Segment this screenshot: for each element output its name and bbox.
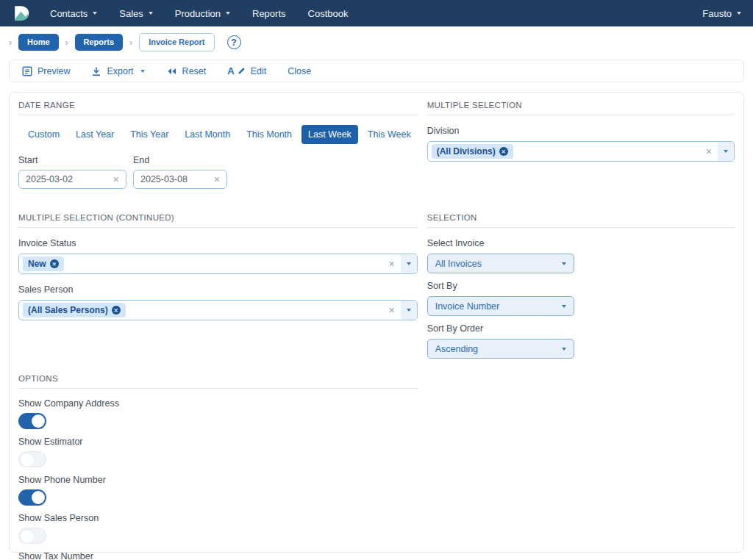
toggle-label: Show Tax Number bbox=[18, 551, 418, 560]
chip-remove-icon[interactable]: ✕ bbox=[499, 147, 508, 156]
document-preview-icon bbox=[22, 66, 32, 76]
nav-menu-label: Production bbox=[175, 8, 221, 19]
division-multiselect[interactable]: (All Divisions) ✕ × bbox=[427, 141, 735, 162]
toggle-label: Show Company Address bbox=[18, 398, 418, 409]
date-preset-tab[interactable]: This Month bbox=[240, 125, 299, 144]
sales-person-label: Sales Person bbox=[18, 284, 418, 295]
clear-icon[interactable]: × bbox=[700, 146, 718, 157]
sort-by-order-value: Ascending bbox=[435, 344, 478, 354]
end-date-input[interactable]: 2025-03-08 × bbox=[133, 170, 227, 189]
nav-menu-label: Costbook bbox=[308, 8, 349, 19]
chevron-down-icon bbox=[724, 150, 728, 153]
section-title: DATE RANGE bbox=[18, 101, 418, 115]
chip-label: New bbox=[28, 259, 46, 269]
options-section: OPTIONS Show Company Address Show Estima… bbox=[18, 374, 418, 560]
user-menu[interactable]: Fausto bbox=[702, 8, 741, 19]
toggle-switch[interactable] bbox=[18, 489, 46, 506]
toggle-switch[interactable] bbox=[18, 413, 46, 429]
sort-by-order-dropdown[interactable]: Ascending bbox=[427, 339, 574, 359]
nav-menu-item[interactable]: Costbook bbox=[308, 8, 349, 19]
breadcrumb-separator: › bbox=[9, 37, 12, 48]
select-invoice-value: All Invoices bbox=[435, 259, 482, 269]
nav-menu-label: Reports bbox=[252, 8, 286, 19]
chevron-down-icon bbox=[737, 12, 741, 15]
preview-button[interactable]: Preview bbox=[22, 66, 70, 76]
user-name: Fausto bbox=[702, 8, 732, 19]
toggle-switch[interactable] bbox=[18, 528, 46, 544]
close-button[interactable]: Close bbox=[288, 66, 311, 76]
reset-button[interactable]: Reset bbox=[166, 66, 207, 76]
breadcrumb-item[interactable]: Home bbox=[18, 34, 59, 51]
dropdown-caret-button[interactable] bbox=[718, 142, 734, 161]
nav-menu-item[interactable]: Reports bbox=[252, 8, 286, 19]
sort-by-dropdown[interactable]: Invoice Number bbox=[427, 296, 574, 316]
section-title: SELECTION bbox=[427, 213, 735, 228]
clear-icon[interactable]: × bbox=[383, 304, 401, 316]
date-preset-tab[interactable]: Last Year bbox=[69, 125, 121, 144]
chevron-down-icon bbox=[562, 262, 566, 265]
toggle-row: Show Phone Number bbox=[18, 475, 418, 506]
end-date-value: 2025-03-08 bbox=[140, 174, 188, 184]
breadcrumb-item[interactable]: Reports bbox=[75, 34, 124, 51]
clear-icon[interactable]: × bbox=[113, 174, 119, 184]
nav-menu-label: Sales bbox=[119, 8, 143, 19]
section-title: MULTIPLE SELECTION (CONTINUED) bbox=[18, 213, 418, 228]
dropdown-caret-button[interactable] bbox=[401, 301, 417, 320]
toggle-row: Show Estimator bbox=[18, 437, 418, 467]
selected-chip: (All Sales Persons) ✕ bbox=[23, 303, 126, 317]
date-preset-tab[interactable]: Last Month bbox=[178, 125, 237, 144]
chevron-down-icon bbox=[407, 309, 411, 312]
download-icon bbox=[91, 66, 101, 76]
invoice-status-multiselect[interactable]: New ✕ × bbox=[18, 254, 418, 274]
date-preset-tab[interactable]: Last Week bbox=[301, 125, 358, 144]
chevron-down-icon bbox=[93, 12, 97, 15]
division-label: Division bbox=[427, 126, 735, 136]
export-button[interactable]: Export bbox=[91, 66, 144, 76]
chevron-down-icon bbox=[149, 12, 153, 15]
dropdown-caret-button[interactable] bbox=[401, 254, 417, 273]
start-date-input[interactable]: 2025-03-02 × bbox=[18, 170, 126, 189]
date-preset-tab[interactable]: This Year bbox=[124, 125, 175, 144]
date-preset-tab[interactable]: Custom bbox=[21, 125, 66, 144]
end-date-field: End 2025-03-08 × bbox=[133, 155, 227, 189]
chevron-down-icon bbox=[562, 348, 566, 351]
toggle-switch[interactable] bbox=[18, 451, 46, 467]
chip-label: (All Sales Persons) bbox=[28, 305, 108, 315]
breadcrumb-item[interactable]: Invoice Report bbox=[139, 33, 214, 51]
nav-menu: Contacts Sales Production Reports Costbo… bbox=[50, 8, 348, 19]
mountain-logo-icon bbox=[12, 4, 31, 23]
multiple-selection-section: MULTIPLE SELECTION Division (All Divisio… bbox=[427, 101, 735, 189]
select-invoice-dropdown[interactable]: All Invoices bbox=[427, 254, 574, 273]
selection-section: SELECTION Select Invoice All Invoices So… bbox=[427, 213, 735, 359]
select-invoice-label: Select Invoice bbox=[427, 238, 735, 248]
edit-button[interactable]: A Edit bbox=[227, 65, 266, 76]
clear-icon[interactable]: × bbox=[383, 258, 401, 270]
app-logo[interactable] bbox=[12, 4, 31, 23]
nav-menu-item[interactable]: Contacts bbox=[50, 8, 97, 19]
date-preset-tabs: Custom Last Year This Year Last Month Th… bbox=[18, 125, 418, 144]
section-title: MULTIPLE SELECTION bbox=[427, 101, 735, 115]
toggle-label: Show Phone Number bbox=[18, 475, 418, 485]
help-icon[interactable]: ? bbox=[227, 35, 241, 49]
top-navbar: Contacts Sales Production Reports Costbo… bbox=[0, 0, 753, 26]
toggle-row: Show Tax Number bbox=[18, 551, 418, 560]
clear-icon[interactable]: × bbox=[214, 174, 220, 184]
chip-remove-icon[interactable]: ✕ bbox=[112, 306, 121, 315]
start-date-field: Start 2025-03-02 × bbox=[18, 155, 126, 189]
end-date-label: End bbox=[133, 155, 227, 165]
chip-label: (All Divisions) bbox=[437, 146, 496, 157]
rewind-icon bbox=[166, 66, 177, 76]
sales-person-multiselect[interactable]: (All Sales Persons) ✕ × bbox=[18, 300, 418, 320]
start-date-label: Start bbox=[18, 155, 126, 165]
chevron-down-icon bbox=[407, 262, 411, 265]
date-preset-tab[interactable]: This Week bbox=[361, 125, 418, 144]
nav-menu-item[interactable]: Production bbox=[175, 8, 230, 19]
selected-chip: (All Divisions) ✕ bbox=[432, 144, 513, 159]
selected-chip: New ✕ bbox=[23, 256, 64, 271]
multiple-selection-continued-section: MULTIPLE SELECTION (CONTINUED) Invoice S… bbox=[18, 213, 418, 359]
nav-menu-item[interactable]: Sales bbox=[119, 8, 153, 19]
chip-remove-icon[interactable]: ✕ bbox=[50, 259, 59, 268]
toggle-row: Show Company Address bbox=[18, 398, 418, 429]
invoice-report-filters-panel: DATE RANGE Custom Last Year This Year La… bbox=[9, 92, 744, 553]
sort-by-order-label: Sort By Order bbox=[427, 323, 735, 334]
